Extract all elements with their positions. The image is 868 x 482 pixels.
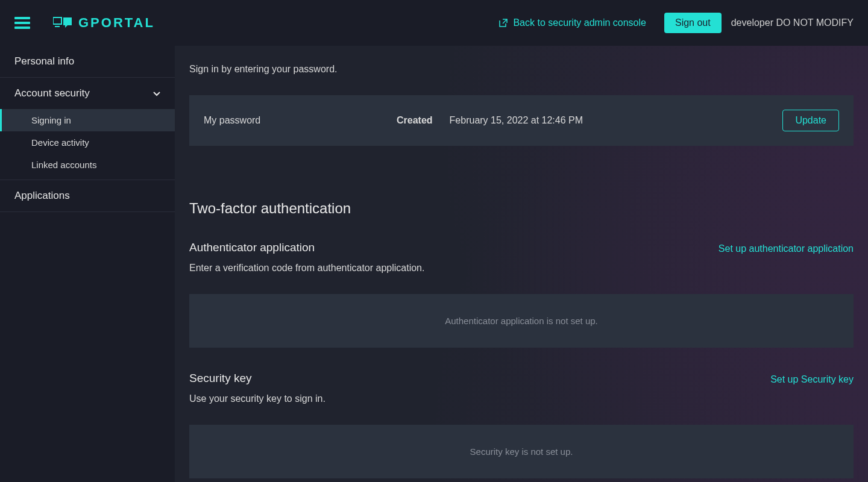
authenticator-empty-text: Authenticator application is not set up. [445,316,598,326]
sidebar-item-label: Personal info [14,55,74,67]
sidebar-item-label: Linked accounts [31,160,96,170]
sidebar-item-signing-in[interactable]: Signing in [0,109,175,131]
logo[interactable]: GPORTAL [53,15,155,31]
security-key-title: Security key [189,372,251,385]
logo-icon [53,16,72,30]
security-key-empty-text: Security key is not set up. [470,446,573,457]
setup-security-key-link[interactable]: Set up Security key [770,374,854,385]
tfa-section-title: Two-factor authentication [189,200,854,217]
password-card: My password Created February 15, 2022 at… [189,95,854,146]
update-password-button[interactable]: Update [782,110,839,131]
sidebar-item-label: Applications [14,190,70,202]
sidebar-item-linked-accounts[interactable]: Linked accounts [0,154,175,176]
setup-authenticator-link[interactable]: Set up authenticator application [719,243,854,254]
logo-text: GPORTAL [78,15,155,31]
security-key-desc: Use your security key to sign in. [189,393,854,404]
sidebar: Personal info Account security Signing i… [0,46,175,482]
password-section-desc: Sign in by entering your password. [189,46,854,75]
authenticator-empty-state: Authenticator application is not set up. [189,294,854,348]
svg-rect-1 [55,26,60,27]
sidebar-item-account-security[interactable]: Account security [0,78,175,109]
sidebar-group-account-security-children: Signing in Device activity Linked accoun… [0,109,175,180]
back-to-console-label: Back to security admin console [513,17,646,28]
current-user-label: developer DO NOT MODIFY [731,17,854,28]
password-label: My password [204,115,397,126]
main-content: Sign in by entering your password. My pa… [175,46,868,482]
back-to-console-link[interactable]: Back to security admin console [498,17,646,28]
chevron-down-icon [153,87,160,99]
sign-out-button[interactable]: Sign out [664,13,722,33]
sidebar-item-applications[interactable]: Applications [0,180,175,212]
sidebar-item-label: Signing in [31,115,71,125]
svg-rect-0 [53,17,61,24]
password-created-date: February 15, 2022 at 12:46 PM [450,115,583,126]
password-created-label: Created [397,115,433,126]
authenticator-title: Authenticator application [189,241,315,254]
menu-toggle-button[interactable] [14,17,30,29]
sidebar-item-label: Account security [14,87,90,99]
authenticator-section: Authenticator application Set up authent… [189,241,854,348]
security-key-section: Security key Set up Security key Use you… [189,372,854,478]
external-link-icon [498,18,508,28]
header: GPORTAL Back to security admin console S… [0,0,868,46]
sidebar-item-personal-info[interactable]: Personal info [0,46,175,78]
security-key-empty-state: Security key is not set up. [189,425,854,478]
sidebar-item-label: Device activity [31,137,89,148]
sidebar-item-device-activity[interactable]: Device activity [0,131,175,154]
authenticator-desc: Enter a verification code from authentic… [189,263,854,274]
